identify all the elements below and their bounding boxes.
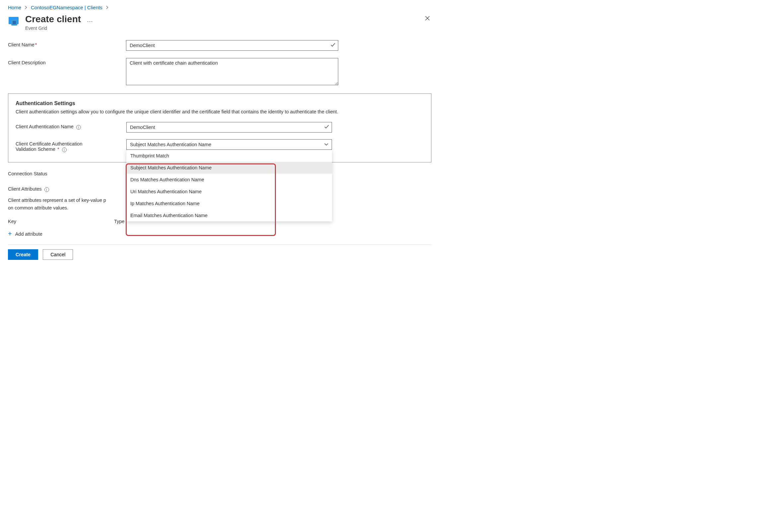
client-name-label: Client Name* (8, 40, 126, 47)
breadcrumb-home[interactable]: Home (8, 5, 21, 10)
footer-actions: Create Cancel (8, 244, 432, 268)
validation-scheme-dropdown[interactable]: Subject Matches Authentication Name Thum… (126, 139, 332, 150)
client-auth-name-input[interactable] (126, 122, 332, 133)
column-key: Key (8, 219, 68, 224)
add-attribute-button[interactable]: + Add attribute (8, 230, 42, 238)
dropdown-menu: Thumbprint Match Subject Matches Authent… (126, 150, 332, 221)
client-description-label: Client Description (8, 58, 126, 65)
client-auth-name-label: Client Authentication Name i (16, 122, 126, 130)
validation-scheme-label: Client Certificate Authentication Valida… (16, 139, 126, 152)
dropdown-selected-value: Subject Matches Authentication Name (130, 142, 211, 147)
info-icon[interactable]: i (62, 148, 67, 152)
column-type: Type (114, 219, 124, 224)
dropdown-option[interactable]: Uri Matches Authentication Name (126, 186, 332, 198)
create-button[interactable]: Create (8, 249, 38, 260)
dropdown-trigger[interactable]: Subject Matches Authentication Name (126, 139, 332, 150)
svg-rect-2 (13, 21, 16, 24)
auth-section-description: Client authentication settings allow you… (16, 108, 424, 116)
cancel-button[interactable]: Cancel (43, 249, 73, 260)
plus-icon: + (8, 230, 12, 238)
breadcrumb: Home ContosoEGNamespace | Clients (8, 5, 432, 10)
dropdown-option[interactable]: Thumbprint Match (126, 150, 332, 162)
client-name-input[interactable] (126, 40, 338, 51)
client-description-input[interactable]: Client with certificate chain authentica… (126, 58, 338, 85)
chevron-right-icon (25, 5, 28, 10)
info-icon[interactable]: i (76, 125, 81, 130)
page-title: Create client (25, 14, 81, 25)
page-header: Create client Event Grid ⋯ (8, 14, 432, 31)
dropdown-option[interactable]: Email Matches Authentication Name (126, 209, 332, 221)
required-indicator: * (35, 42, 37, 47)
more-actions-button[interactable]: ⋯ (87, 18, 93, 25)
chevron-right-icon (106, 5, 109, 10)
breadcrumb-namespace[interactable]: ContosoEGNamespace | Clients (31, 5, 102, 10)
dropdown-option[interactable]: Ip Matches Authentication Name (126, 198, 332, 209)
auth-section-title: Authentication Settings (16, 100, 424, 106)
authentication-settings-section: Authentication Settings Client authentic… (8, 93, 432, 163)
resource-icon (8, 16, 20, 28)
required-indicator: * (57, 147, 59, 152)
dropdown-option[interactable]: Subject Matches Authentication Name (126, 162, 332, 174)
page-subtitle: Event Grid (25, 26, 81, 31)
info-icon[interactable]: i (44, 187, 49, 192)
dropdown-option[interactable]: Dns Matches Authentication Name (126, 174, 332, 186)
add-attribute-label: Add attribute (15, 231, 42, 237)
chevron-down-icon (324, 142, 328, 147)
close-button[interactable] (424, 14, 432, 24)
